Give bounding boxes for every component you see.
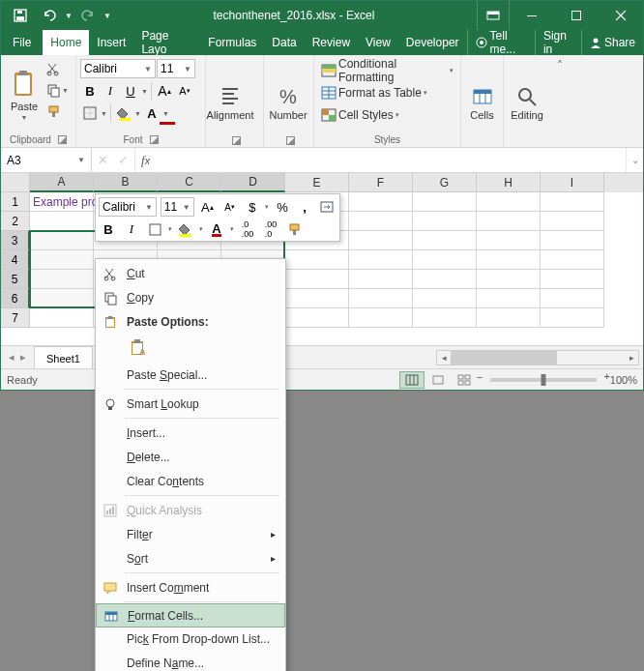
mini-size-combo[interactable]: 11▼: [161, 197, 194, 217]
cut-icon[interactable]: [44, 59, 72, 78]
col-header-d[interactable]: D: [221, 173, 285, 192]
tab-home[interactable]: Home: [43, 30, 89, 55]
row-header-3[interactable]: 3: [1, 231, 30, 250]
ctx-copy[interactable]: Copy: [96, 285, 285, 309]
mini-decrease-decimal[interactable]: .00.0: [261, 219, 280, 239]
mini-merge-icon[interactable]: [318, 197, 337, 217]
font-launcher[interactable]: [150, 135, 159, 144]
zoom-level[interactable]: 100%: [610, 374, 637, 386]
undo-icon[interactable]: [36, 2, 63, 29]
close-button[interactable]: [599, 1, 643, 30]
tab-view[interactable]: View: [358, 30, 398, 55]
sheet-tab-1[interactable]: Sheet1: [34, 346, 93, 369]
ctx-cut[interactable]: Cut: [96, 261, 285, 285]
ctx-insert-comment[interactable]: Insert Comment: [96, 575, 285, 599]
ctx-delete[interactable]: Delete...: [96, 445, 285, 469]
cell-a1[interactable]: Example products for testing: [30, 192, 94, 212]
page-layout-view-icon[interactable]: [425, 371, 451, 389]
share-button[interactable]: Share: [581, 30, 643, 55]
col-header-c[interactable]: C: [158, 173, 221, 192]
enter-icon[interactable]: ✓: [118, 153, 129, 167]
clipboard-launcher[interactable]: [58, 135, 67, 144]
collapse-ribbon[interactable]: ˄: [550, 55, 570, 147]
cell-styles[interactable]: Cell Styles▾: [318, 105, 456, 125]
mini-grow-font[interactable]: A▴: [198, 197, 217, 217]
format-as-table[interactable]: Format as Table▾: [318, 83, 456, 102]
font-size-combo[interactable]: 11▼: [157, 59, 195, 78]
col-header-i[interactable]: I: [541, 173, 604, 192]
mini-font-combo[interactable]: Calibri▼: [99, 197, 157, 217]
conditional-formatting[interactable]: Conditional Formatting▾: [318, 61, 456, 80]
ctx-define-name[interactable]: Define Name...: [96, 651, 285, 671]
ctx-clear-contents[interactable]: Clear Contents: [96, 469, 285, 493]
select-all-corner[interactable]: [1, 173, 30, 192]
expand-formula-bar[interactable]: ⌄: [626, 148, 643, 172]
tab-formulas[interactable]: Formulas: [200, 30, 264, 55]
col-header-g[interactable]: G: [413, 173, 477, 192]
shrink-font-button[interactable]: A▾: [175, 81, 194, 101]
ctx-sort[interactable]: Sort▸: [96, 546, 285, 570]
col-header-f[interactable]: F: [349, 173, 413, 192]
ctx-paste-special[interactable]: Paste Special...: [96, 363, 285, 387]
page-break-view-icon[interactable]: [452, 371, 477, 389]
mini-format-painter[interactable]: [284, 219, 304, 239]
mini-fill-color[interactable]: [176, 219, 195, 239]
ctx-filter[interactable]: Filter▸: [96, 522, 285, 546]
number-button[interactable]: %Number: [268, 57, 308, 123]
ribbon-options-icon[interactable]: [477, 1, 510, 30]
tab-page-layout[interactable]: Page Layo: [133, 30, 200, 55]
normal-view-icon[interactable]: [399, 371, 424, 389]
tab-review[interactable]: Review: [305, 30, 358, 55]
borders-button[interactable]: [80, 103, 100, 123]
cancel-icon[interactable]: ✕: [98, 153, 108, 167]
zoom-slider[interactable]: [490, 378, 597, 382]
copy-icon[interactable]: ▼: [44, 80, 72, 100]
mini-comma-format[interactable]: ,: [296, 197, 314, 217]
ctx-paste-default[interactable]: A: [125, 336, 152, 361]
grow-font-button[interactable]: A▴: [155, 81, 174, 101]
undo-dropdown[interactable]: ▼: [65, 12, 73, 20]
alignment-launcher[interactable]: [232, 136, 241, 145]
bold-button[interactable]: B: [80, 81, 100, 101]
fx-icon[interactable]: fx: [135, 148, 156, 172]
tab-data[interactable]: Data: [264, 30, 304, 55]
number-launcher[interactable]: [286, 136, 295, 145]
tab-file[interactable]: File: [1, 30, 43, 55]
maximize-button[interactable]: [554, 1, 599, 30]
cells-button[interactable]: Cells: [465, 57, 499, 123]
row-header-5[interactable]: 5: [1, 270, 30, 289]
font-color-button[interactable]: A: [142, 103, 161, 123]
editing-button[interactable]: Editing: [508, 57, 546, 123]
tab-insert[interactable]: Insert: [89, 30, 133, 55]
col-header-e[interactable]: E: [285, 173, 349, 192]
paste-button[interactable]: Paste▼: [5, 57, 44, 123]
mini-borders[interactable]: [145, 219, 164, 239]
tab-developer[interactable]: Developer: [398, 30, 467, 55]
row-header-1[interactable]: 1: [1, 192, 30, 212]
format-painter-icon[interactable]: [44, 102, 72, 121]
mini-shrink-font[interactable]: A▾: [220, 197, 239, 217]
qat-customize[interactable]: ▼: [103, 12, 111, 20]
underline-button[interactable]: U: [121, 81, 140, 101]
redo-icon[interactable]: [74, 2, 102, 29]
mini-percent-format[interactable]: %: [273, 197, 291, 217]
formula-input[interactable]: [156, 148, 626, 172]
tab-next[interactable]: ▸: [20, 351, 26, 364]
col-header-a[interactable]: A: [30, 173, 94, 192]
mini-increase-decimal[interactable]: .0.00: [238, 219, 257, 239]
tab-prev[interactable]: ◂: [9, 351, 15, 364]
col-header-h[interactable]: H: [477, 173, 541, 192]
row-header-7[interactable]: 7: [1, 308, 30, 328]
mini-bold[interactable]: B: [99, 219, 118, 239]
col-header-b[interactable]: B: [94, 173, 158, 192]
row-header-4[interactable]: 4: [1, 250, 30, 270]
fill-color-button[interactable]: [114, 103, 133, 123]
mini-accounting-format[interactable]: $: [243, 197, 261, 217]
ctx-smart-lookup[interactable]: Smart Lookup: [96, 392, 285, 416]
sign-in[interactable]: Sign in: [535, 30, 581, 55]
mini-italic[interactable]: I: [122, 219, 141, 239]
horizontal-scrollbar[interactable]: ◂ ▸: [436, 350, 639, 365]
ctx-format-cells[interactable]: Format Cells...: [96, 603, 285, 627]
save-icon[interactable]: [7, 2, 34, 29]
ctx-pick-from-list[interactable]: Pick From Drop-down List...: [96, 627, 285, 651]
